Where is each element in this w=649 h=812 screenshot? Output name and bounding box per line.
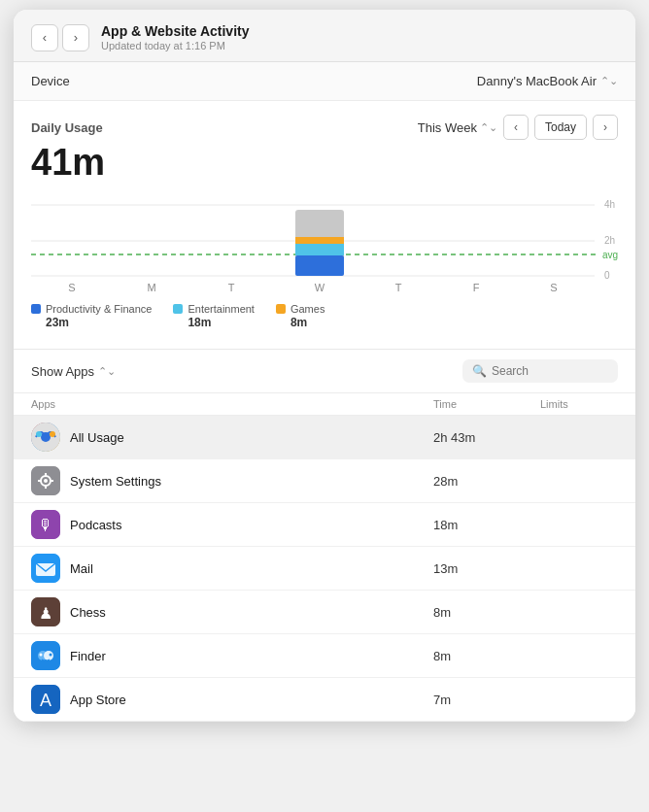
chess-icon-svg: ♟ — [31, 597, 60, 626]
usage-title: Daily Usage — [31, 120, 103, 135]
app-icon-chess: ♟ — [31, 597, 60, 626]
legend-item-entertainment: Entertainment 18m — [173, 303, 254, 329]
search-input[interactable] — [492, 364, 608, 378]
app-name-mail: Mail — [70, 561, 93, 576]
period-today-button[interactable]: Today — [534, 115, 587, 140]
svg-text:♟: ♟ — [39, 605, 52, 622]
table-row[interactable]: Finder 8m — [14, 634, 635, 678]
app-time-mail: 13m — [433, 561, 540, 576]
app-icon-system-settings — [31, 466, 60, 495]
legend-label-row-entertainment: Entertainment — [173, 303, 254, 315]
titlebar: ‹ › App & Website Activity Updated today… — [14, 10, 635, 62]
legend-name-entertainment: Entertainment — [188, 303, 254, 315]
settings-icon-svg — [31, 466, 60, 495]
svg-point-20 — [41, 432, 51, 442]
app-icon-all-usage — [31, 423, 60, 452]
app-name-podcasts: Podcasts — [70, 518, 121, 532]
app-name-chess: Chess — [70, 605, 106, 620]
window-subtitle: Updated today at 1:16 PM — [101, 40, 618, 51]
legend-dot-productivity — [31, 304, 41, 314]
device-selector[interactable]: Danny's MacBook Air ⌃⌄ — [477, 74, 618, 88]
svg-text:A: A — [40, 691, 51, 710]
table-row[interactable]: Mail 13m — [14, 547, 635, 591]
appstore-icon-svg: A — [31, 685, 60, 714]
finder-icon-svg — [31, 641, 60, 670]
period-next-button[interactable]: › — [593, 115, 618, 140]
legend-name-games: Games — [290, 303, 324, 315]
svg-point-38 — [44, 651, 53, 660]
table-row[interactable]: ♟ Chess 8m — [14, 591, 635, 634]
app-icon-appstore: A — [31, 685, 60, 714]
legend-item-games: Games 8m — [276, 303, 324, 329]
svg-text:🎙: 🎙 — [38, 517, 53, 533]
app-info-podcasts: 🎙 Podcasts — [31, 510, 433, 539]
device-label: Device — [31, 74, 70, 88]
chart-container: 4h 2h 0 avg S M — [31, 190, 618, 297]
svg-text:4h: 4h — [604, 199, 615, 210]
app-time-appstore: 7m — [433, 693, 540, 707]
svg-point-40 — [50, 654, 52, 657]
svg-text:F: F — [473, 282, 480, 293]
app-icon-mail — [31, 554, 60, 583]
svg-rect-9 — [295, 255, 344, 276]
legend-item-productivity: Productivity & Finance 23m — [31, 303, 152, 329]
device-selected-value: Danny's MacBook Air — [477, 74, 597, 88]
app-info-finder: Finder — [31, 641, 433, 670]
svg-text:T: T — [395, 282, 402, 293]
forward-button[interactable]: › — [62, 24, 89, 51]
svg-rect-11 — [295, 237, 344, 244]
app-time-chess: 8m — [433, 605, 540, 620]
period-controls: This Week ⌃⌄ ‹ Today › — [418, 115, 618, 140]
app-time-podcasts: 18m — [433, 518, 540, 532]
app-time-finder: 8m — [433, 649, 540, 663]
svg-text:avg: avg — [602, 250, 618, 260]
usage-amount: 41m — [31, 144, 618, 181]
svg-point-25 — [44, 479, 48, 483]
svg-point-21 — [36, 431, 42, 437]
app-info-appstore: A App Store — [31, 685, 433, 714]
legend-label-row-games: Games — [276, 303, 324, 315]
svg-text:S: S — [68, 282, 75, 293]
svg-point-22 — [50, 431, 55, 437]
table-row[interactable]: System Settings 28m — [14, 459, 635, 503]
legend-label-row-productivity: Productivity & Finance — [31, 303, 152, 315]
table-row[interactable]: All Usage 2h 43m — [14, 416, 635, 459]
chart-legend: Productivity & Finance 23m Entertainment… — [31, 303, 618, 339]
svg-text:W: W — [315, 282, 325, 293]
col-header-apps: Apps — [31, 398, 433, 410]
legend-time-games: 8m — [290, 316, 324, 329]
apps-section: Show Apps ⌃⌄ 🔍 Apps Time Limits — [14, 349, 635, 722]
mail-icon-svg — [31, 554, 60, 583]
svg-text:M: M — [147, 282, 155, 293]
device-chevron-icon: ⌃⌄ — [600, 75, 618, 87]
app-name-all-usage: All Usage — [70, 430, 124, 445]
show-apps-button[interactable]: Show Apps ⌃⌄ — [31, 364, 116, 379]
svg-text:T: T — [228, 282, 235, 293]
app-time-system-settings: 28m — [433, 474, 540, 489]
table-row[interactable]: A App Store 7m — [14, 678, 635, 722]
table-header: Apps Time Limits — [14, 393, 635, 416]
show-apps-label: Show Apps — [31, 364, 94, 379]
legend-time-productivity: 23m — [46, 316, 152, 329]
svg-point-39 — [40, 654, 43, 657]
legend-time-entertainment: 18m — [188, 316, 254, 329]
search-box[interactable]: 🔍 — [462, 359, 618, 383]
back-button[interactable]: ‹ — [31, 24, 58, 51]
apps-toolbar: Show Apps ⌃⌄ 🔍 — [14, 350, 635, 393]
period-prev-button[interactable]: ‹ — [503, 115, 529, 140]
period-value: This Week — [418, 120, 477, 135]
table-row[interactable]: 🎙 Podcasts 18m — [14, 503, 635, 547]
col-header-limits: Limits — [540, 398, 618, 410]
search-icon: 🔍 — [472, 364, 487, 378]
app-name-finder: Finder — [70, 649, 106, 663]
device-row: Device Danny's MacBook Air ⌃⌄ — [14, 62, 635, 101]
app-info-system-settings: System Settings — [31, 466, 433, 495]
period-selector[interactable]: This Week ⌃⌄ — [418, 120, 497, 135]
title-block: App & Website Activity Updated today at … — [101, 23, 618, 51]
app-icon-finder — [31, 641, 60, 670]
legend-dot-entertainment — [173, 304, 183, 314]
show-apps-chevron-icon: ⌃⌄ — [98, 365, 116, 378]
period-chevron-icon: ⌃⌄ — [480, 121, 497, 134]
app-name-system-settings: System Settings — [70, 474, 161, 489]
app-info-all-usage: All Usage — [31, 423, 433, 452]
